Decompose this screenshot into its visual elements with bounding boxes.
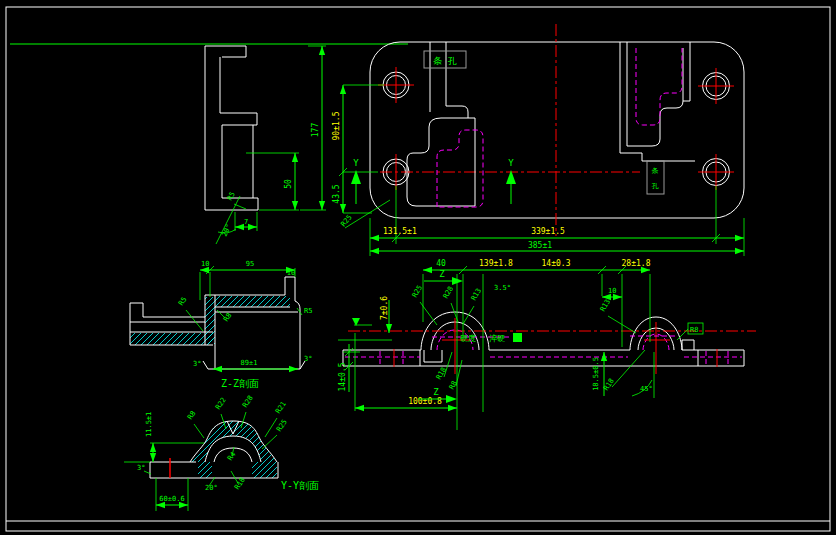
zz-contour (130, 303, 143, 317)
zz-contour (130, 317, 213, 332)
r5-label: R5 (177, 296, 188, 308)
r8-label: R8 (186, 410, 197, 422)
plan-contour (683, 42, 690, 101)
r4-label: R4 (226, 451, 237, 463)
r8-label: R8 (222, 312, 233, 324)
r5-label: R5 (226, 191, 237, 202)
dim-43: 43.5 (332, 184, 341, 203)
side-top-tab (205, 46, 246, 57)
r25-label: R25 (411, 284, 424, 299)
dim-385: 385±1 (528, 241, 552, 250)
r18-label: R18 (435, 366, 448, 381)
hatch-region (205, 297, 215, 344)
plan-contour (620, 153, 695, 161)
angle-3: 3° (137, 464, 145, 472)
section-label-y: Y (508, 158, 514, 168)
section-zz: 10 95 10 R5 R8 R5 89±1 3° 3° Z-Z剖面 (130, 260, 312, 389)
r25-leader (345, 200, 390, 228)
dim-40: 40 (436, 259, 446, 268)
note-hardness: 硬度 (460, 334, 476, 343)
dim-28: 28±1.8 (622, 259, 651, 268)
dim-7-06: 7±0.6 (380, 296, 389, 320)
dim-177: 177 (311, 123, 320, 138)
hatch-region (215, 296, 290, 307)
dim-14: 14±0.5 (338, 362, 347, 391)
plan-view: 条 孔 条 孔 90±1.5 43.5 R25 Y Y 131.5±1 339±… (332, 24, 744, 256)
slot-tag-top: 条 (652, 167, 659, 175)
dim-95: 95 (246, 260, 254, 268)
leader (463, 306, 474, 324)
zz-contour (205, 277, 295, 295)
angle-20: 20° (205, 484, 218, 492)
dim-89: 89±1 (241, 359, 258, 367)
note-hardened: 淬硬 (489, 334, 505, 343)
dim-10-right: 10 (287, 269, 295, 277)
leader (420, 302, 437, 325)
section-zz-caption: Z-Z剖面 (221, 378, 259, 389)
plan-contour (446, 106, 475, 118)
slot-label: 条 孔 (433, 56, 456, 66)
section-label-z: Z (439, 269, 445, 279)
dim-50: 50 (284, 179, 293, 189)
dim-185: 18.5±0.5 (592, 357, 600, 391)
hatch-region (198, 462, 212, 478)
lug-step (682, 340, 694, 350)
hatch-region (130, 333, 213, 345)
zz-contour (295, 295, 300, 369)
section-label-y: Y (353, 158, 359, 168)
leader (194, 424, 204, 438)
dim-10: 10 (608, 287, 616, 295)
angle-3-right: 3° (304, 355, 312, 363)
plan-hidden-pocket (636, 48, 682, 125)
section-arrow (446, 395, 457, 403)
r21-label: R21 (274, 400, 288, 415)
section-arrow (452, 277, 463, 285)
dim-100: 100±0.8 (408, 397, 442, 406)
section-label-z: Z (433, 387, 439, 397)
leader (612, 350, 645, 387)
slot-tag-bottom: 孔 (652, 182, 660, 190)
cad-canvas[interactable]: 50 7 R5 20° 177 (0, 0, 836, 535)
hatch-region (252, 462, 277, 478)
r13-right-label: R13 (599, 298, 612, 313)
front-view: 40 139±1.8 14±0.3 28±1.8 10 3.5° 7±0.6 1… (338, 259, 756, 430)
dim-14-03: 14±0.3 (542, 259, 571, 268)
side-view: 50 7 R5 20° 177 (205, 46, 326, 244)
r8-right-label: R8 (690, 326, 698, 334)
cad-viewport: 50 7 R5 20° 177 (0, 0, 836, 535)
section-yy-caption: Y-Y剖面 (281, 480, 319, 491)
r25-label: R25 (339, 213, 353, 228)
dim-10-left: 10 (201, 260, 209, 268)
dim-115: 11.5±1 (145, 412, 153, 437)
plan-contour (627, 48, 683, 146)
dim-131: 131.5±1 (383, 227, 417, 236)
dim-90: 90±1.5 (332, 111, 341, 140)
dim-60: 60±0.6 (159, 495, 184, 503)
lug-pocket (424, 350, 442, 362)
angle-3-left: 3° (193, 360, 201, 368)
r5-right-label: R5 (304, 307, 312, 315)
side-mid-flange (220, 113, 257, 125)
section-yy: 11.5±1 60±0.6 R8 R22 R28 R21 R25 R4 R18 … (124, 394, 319, 511)
r22-label: R22 (214, 396, 228, 411)
angle-35: 3.5° (494, 284, 511, 292)
angle-20: 20° (221, 223, 234, 238)
r13-label: R13 (470, 287, 483, 302)
angle-45: 45° (640, 385, 653, 393)
leader (186, 310, 203, 331)
note-block (513, 333, 522, 342)
r28-label: R28 (241, 394, 255, 409)
r25-label: R25 (275, 418, 289, 433)
r28-label: R28 (442, 285, 455, 300)
leader (262, 435, 277, 449)
dim-139: 139±1.8 (479, 259, 513, 268)
plan-contour (407, 118, 475, 206)
plan-hidden-pocket (437, 130, 483, 207)
dim-7: 7 (244, 218, 248, 226)
dim-339: 339±1.5 (531, 227, 565, 236)
